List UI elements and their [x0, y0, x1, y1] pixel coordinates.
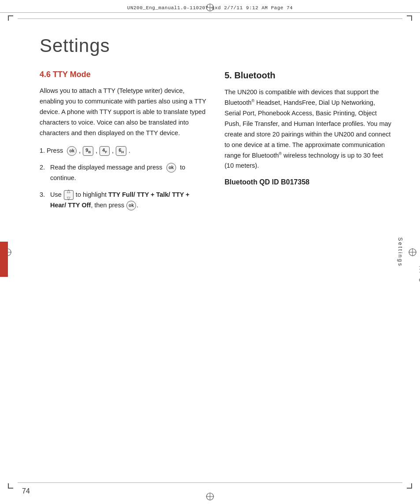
ok-button-icon-1: ok: [67, 146, 77, 156]
nav-icon: △▽: [64, 190, 74, 200]
page-container: UN200_Eng_manual1.0-110207.qxd 2/7/11 9:…: [0, 0, 420, 504]
step-3: 3. Use △▽ to highlight TTY Full/ TTY + T…: [40, 190, 207, 211]
step-1: 1. Press ok , 9B , 4F , 6H .: [40, 146, 207, 156]
page-title: Settings: [18, 35, 402, 56]
step-2: 2. Read the displayed message and press …: [40, 162, 207, 184]
step-3-number: 3.: [40, 190, 48, 200]
corner-mark-bottom-left: [8, 483, 13, 489]
bluetooth-qd-id: Bluetooth QD ID B017358: [225, 178, 392, 186]
main-content: Settings 4.6 TTY Mode Allows you to atta…: [18, 22, 402, 478]
corner-mark-top-right: [407, 15, 412, 21]
ok-button-icon-2: ok: [166, 163, 176, 173]
page-number: 74: [22, 487, 30, 495]
red-tab: [0, 242, 8, 277]
side-label: Settings: [418, 252, 420, 282]
vertical-side-label: Settings: [397, 237, 403, 267]
reg-mark-top: [205, 3, 215, 12]
bottom-separator: [18, 482, 402, 483]
side-label-container: Settings: [407, 88, 420, 416]
two-column-layout: 4.6 TTY Mode Allows you to attach a TTY …: [18, 70, 402, 217]
key-4f-icon: 4F: [99, 146, 110, 155]
reg-mark-bottom: [205, 492, 215, 501]
step-1-content: ok , 9B , 4F , 6H .: [65, 146, 207, 156]
key-6h-icon: 6H: [116, 146, 126, 155]
right-column: 5. Bluetooth The UN200 is compatible wit…: [225, 70, 392, 217]
corner-mark-top-left: [8, 15, 13, 21]
bluetooth-body-text: The UN200 is compatible with devices tha…: [225, 87, 392, 171]
step-1-number: 1. Press: [40, 146, 63, 156]
tty-mode-heading: 4.6 TTY Mode: [40, 70, 207, 80]
step-2-number: 2.: [40, 162, 48, 173]
ok-button-icon-3: ok: [126, 201, 136, 210]
left-column: 4.6 TTY Mode Allows you to attach a TTY …: [40, 70, 207, 217]
bluetooth-heading: 5. Bluetooth: [225, 70, 392, 81]
tty-body-text: Allows you to attach a TTY (Teletype wri…: [40, 86, 207, 139]
step-2-content: Read the displayed message and press ok …: [50, 162, 207, 184]
key-9b-icon: 9B: [83, 146, 93, 155]
corner-mark-bottom-right: [407, 483, 412, 489]
step-3-content: Use △▽ to highlight TTY Full/ TTY + Talk…: [50, 190, 207, 211]
top-separator: [18, 18, 402, 19]
